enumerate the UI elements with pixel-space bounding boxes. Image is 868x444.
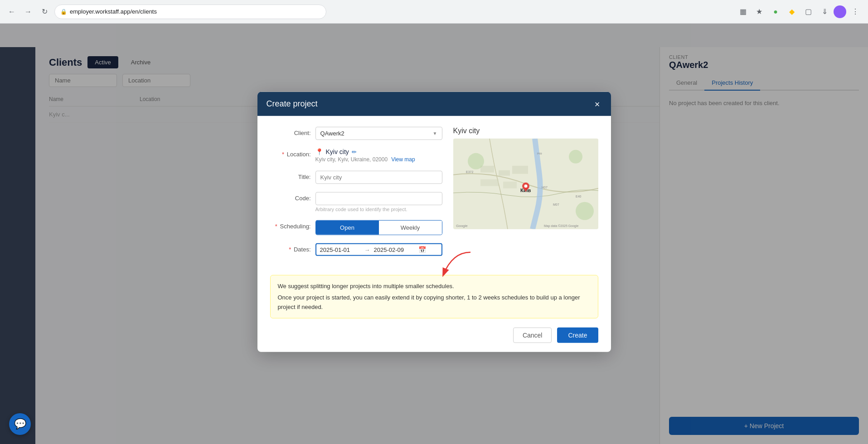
code-label: Code:	[270, 192, 311, 202]
address-url: employer.workstaff.app/en/clients	[70, 8, 157, 15]
browser-actions: ▦ ★ ● ◆ ▢ ⇓ ⋮	[736, 5, 863, 19]
svg-text:M07: M07	[553, 203, 559, 206]
client-field-row: Client: QAwerk2 ▼	[270, 127, 442, 140]
cancel-button[interactable]: Cancel	[513, 328, 552, 343]
refresh-button[interactable]: ↻	[38, 5, 51, 18]
modal-close-button[interactable]: ×	[593, 99, 602, 108]
browser-bar: ← → ↻ 🔒 employer.workstaff.app/en/client…	[0, 0, 868, 24]
location-sub-info: Kyiv city, Kyiv, Ukraine, 02000 View map	[315, 156, 442, 163]
cast-button[interactable]: ▦	[736, 5, 750, 19]
download-button[interactable]: ⇓	[817, 5, 832, 19]
code-field-row: Code: Arbitrary code used to identify th…	[270, 192, 442, 212]
date-end-input[interactable]	[374, 246, 415, 253]
required-star: *	[282, 151, 284, 158]
svg-rect-5	[503, 182, 517, 188]
create-button[interactable]: Create	[557, 328, 598, 343]
warning-box: We suggest splitting longer projects int…	[270, 275, 598, 319]
svg-text:H07: H07	[542, 186, 548, 189]
modal-body: Client: QAwerk2 ▼ * Location: 📍	[257, 116, 611, 275]
dates-control: → 📅	[315, 243, 442, 256]
svg-point-6	[468, 153, 484, 169]
svg-rect-1	[480, 166, 494, 173]
scheduling-group: Open Weekly	[315, 220, 442, 235]
client-dropdown[interactable]: QAwerk2 ▼	[315, 127, 442, 140]
svg-text:E372: E372	[466, 170, 473, 174]
profile-avatar-button[interactable]	[834, 5, 846, 18]
menu-button[interactable]: ⋮	[848, 5, 863, 19]
modal-title: Create project	[267, 99, 318, 109]
dates-field-row: * Dates: → 📅	[270, 243, 442, 256]
modal-footer: Cancel Create	[257, 328, 611, 352]
location-field-row: * Location: 📍 Kyiv city ✏ Kyiv city, Kyi…	[270, 148, 442, 163]
scheduling-weekly-button[interactable]: Weekly	[379, 221, 442, 235]
dates-label: * Dates:	[270, 243, 311, 253]
title-input-wrapper	[315, 171, 442, 184]
warning-text-2: Once your project is started, you can ea…	[278, 293, 591, 312]
title-field-row: Title:	[270, 171, 442, 184]
address-bar[interactable]: 🔒 employer.workstaff.app/en/clients	[54, 5, 326, 19]
map-container: E372 P69 H07 M07 E40 Київ Map data ©2025…	[453, 139, 598, 229]
svg-text:E40: E40	[576, 195, 582, 198]
scheduling-control: Open Weekly	[315, 220, 442, 235]
back-button[interactable]: ←	[5, 5, 18, 18]
map-svg: E372 P69 H07 M07 E40 Київ Map data ©2025…	[453, 139, 598, 229]
svg-rect-2	[499, 170, 510, 176]
required-star-scheduling: *	[275, 223, 277, 230]
svg-point-7	[569, 150, 582, 164]
location-edit-icon[interactable]: ✏	[352, 148, 357, 155]
chat-icon: 💬	[14, 418, 26, 430]
location-value: 📍 Kyiv city ✏ Kyiv city, Kyiv, Ukraine, …	[315, 148, 442, 163]
title-label: Title:	[270, 171, 311, 180]
client-label: Client:	[270, 127, 311, 136]
svg-point-8	[576, 202, 594, 220]
extension-puzzle-button[interactable]: ▢	[801, 5, 815, 19]
svg-text:P69: P69	[537, 152, 542, 155]
warning-text-1: We suggest splitting longer projects int…	[278, 282, 591, 291]
scheduling-open-button[interactable]: Open	[316, 221, 379, 235]
location-display: 📍 Kyiv city ✏	[315, 148, 442, 155]
bookmark-button[interactable]: ★	[752, 5, 766, 19]
code-input[interactable]	[315, 192, 442, 205]
svg-text:Google: Google	[456, 224, 468, 228]
location-label: * Location:	[270, 148, 311, 158]
svg-text:Map data ©2025 Google: Map data ©2025 Google	[544, 224, 578, 228]
chat-bubble[interactable]: 💬	[9, 413, 31, 435]
create-project-modal: Create project × Client: QAwerk2 ▼ * L	[257, 92, 611, 352]
dates-picker[interactable]: → 📅	[315, 243, 442, 256]
extension-yellow-button[interactable]: ◆	[785, 5, 799, 19]
location-address: Kyiv city, Kyiv, Ukraine, 02000	[315, 156, 388, 163]
calendar-icon[interactable]: 📅	[418, 246, 426, 253]
code-hint: Arbitrary code used to identify the proj…	[315, 207, 442, 212]
chevron-down-icon: ▼	[433, 131, 437, 136]
svg-point-17	[524, 184, 527, 188]
svg-rect-4	[480, 179, 499, 186]
view-map-link[interactable]: View map	[391, 156, 415, 163]
modal-header: Create project ×	[257, 92, 611, 116]
extension-green-button[interactable]: ●	[768, 5, 783, 19]
title-input[interactable]	[315, 171, 442, 184]
code-input-wrapper: Arbitrary code used to identify the proj…	[315, 192, 442, 212]
date-start-input[interactable]	[320, 246, 361, 253]
address-security-icon: 🔒	[60, 9, 67, 15]
required-star-dates: *	[289, 246, 291, 253]
scheduling-label: * Scheduling:	[270, 220, 311, 230]
location-name: Kyiv city	[326, 148, 349, 155]
client-selected-value: QAwerk2	[320, 130, 344, 137]
modal-map-section: Kyiv city	[453, 127, 598, 264]
forward-button[interactable]: →	[22, 5, 34, 18]
client-select: QAwerk2 ▼	[315, 127, 442, 140]
map-title: Kyiv city	[453, 127, 598, 135]
scheduling-field-row: * Scheduling: Open Weekly	[270, 220, 442, 235]
modal-form: Client: QAwerk2 ▼ * Location: 📍	[270, 127, 442, 264]
date-separator-icon: →	[364, 246, 370, 253]
svg-rect-3	[512, 166, 528, 174]
location-pin-icon: 📍	[315, 148, 323, 155]
